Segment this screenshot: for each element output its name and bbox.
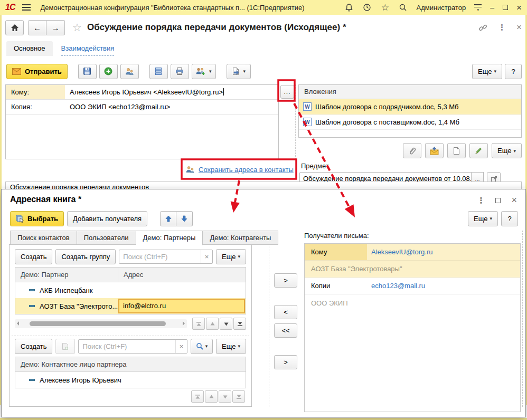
- tab-main[interactable]: Основное: [6, 41, 53, 56]
- go-down-button[interactable]: [220, 318, 232, 330]
- load-from-mail-button[interactable]: [425, 143, 444, 158]
- tab-contact-search[interactable]: Поиск контактов: [10, 231, 77, 245]
- cc-input[interactable]: ООО ЭКИП <echo123@mail.ru>: [65, 100, 278, 114]
- tab-interactions[interactable]: Взаимодействия: [61, 42, 115, 56]
- go-first-button[interactable]: [192, 318, 205, 330]
- add-favorite-star-icon[interactable]: ☆: [72, 21, 82, 34]
- dialog-kebab-menu-icon[interactable]: ⋮: [477, 196, 485, 205]
- participants-menu-button[interactable]: ▾: [192, 64, 216, 79]
- go-down-button[interactable]: [219, 390, 231, 403]
- tab-demo-partners[interactable]: Демо: Партнеры: [136, 231, 203, 245]
- forward-button[interactable]: →: [46, 20, 65, 35]
- contacts-button[interactable]: [120, 64, 139, 79]
- horizontal-scrollbar[interactable]: [15, 319, 187, 328]
- dialog-close-icon[interactable]: ×: [511, 195, 517, 206]
- form-kebab-menu-icon[interactable]: ⋮: [498, 23, 506, 32]
- scroll-right-icon[interactable]: [183, 321, 185, 326]
- add-contact-arrow-button[interactable]: >: [274, 355, 297, 369]
- add-recipient-arrow-button[interactable]: >: [274, 273, 297, 288]
- partners-search-input[interactable]: [119, 250, 213, 264]
- address-edit-cell[interactable]: info@elctro.ru: [118, 299, 245, 313]
- go-last-button[interactable]: [232, 390, 245, 403]
- column-partner[interactable]: Демо: Партнер: [15, 268, 118, 282]
- go-last-button[interactable]: [233, 318, 246, 330]
- print-button[interactable]: [171, 64, 189, 79]
- tab-users[interactable]: Пользователи: [77, 231, 136, 245]
- table-row[interactable]: Алексеев Игорь Юрьевич: [15, 372, 246, 388]
- contacts-more-button[interactable]: Еще ▾: [216, 339, 246, 354]
- go-first-button[interactable]: [191, 390, 204, 403]
- global-search-icon[interactable]: [398, 3, 408, 12]
- create-new-button[interactable]: [99, 64, 118, 79]
- list-view-button[interactable]: [149, 64, 168, 79]
- new-document-button[interactable]: [447, 143, 466, 158]
- to-row[interactable]: Кому: Алексеев Игорь Юрьевич <AlekseevIU…: [6, 85, 278, 100]
- create-partner-button[interactable]: Создать: [15, 249, 52, 264]
- close-window-icon[interactable]: ×: [516, 3, 522, 12]
- forward-letter-menu-button[interactable]: ▾: [227, 64, 251, 79]
- partners-more-button[interactable]: Еще ▾: [216, 249, 246, 264]
- dialog-help-button[interactable]: ?: [501, 211, 518, 226]
- recipient-row-org[interactable]: АОЗТ База "Электротовары": [305, 261, 520, 278]
- dialog-maximize-icon[interactable]: [495, 196, 501, 205]
- panel-splitter[interactable]: [12, 336, 249, 336]
- splitter[interactable]: [269, 231, 269, 407]
- add-recipient-button[interactable]: Добавить получателя: [67, 211, 147, 226]
- attach-file-button[interactable]: [403, 143, 421, 158]
- address-book-ellipsis-button[interactable]: ...: [280, 85, 294, 99]
- home-button[interactable]: [5, 20, 24, 35]
- create-group-button[interactable]: Создать группу: [55, 249, 116, 264]
- close-form-icon[interactable]: ×: [516, 22, 522, 33]
- edit-attachment-button[interactable]: [469, 143, 488, 158]
- maximize-window-icon[interactable]: [503, 4, 508, 11]
- current-user[interactable]: Администратор: [416, 4, 466, 12]
- attachment-row[interactable]: W Шаблон договора с поставщиком.doc, 1,4…: [299, 114, 521, 130]
- contacts-search-input[interactable]: [78, 339, 187, 354]
- main-menu-icon[interactable]: [22, 4, 31, 11]
- save-button[interactable]: [78, 64, 97, 79]
- move-down-button[interactable]: [176, 211, 193, 226]
- scrollbar-thumb[interactable]: [30, 321, 166, 326]
- recipient-row-to[interactable]: Кому AlekseevIU@torg.ru: [305, 244, 520, 261]
- column-address[interactable]: Адрес: [118, 268, 246, 282]
- search-options-button[interactable]: ▾: [191, 339, 213, 354]
- remove-all-arrow-button[interactable]: <<: [274, 323, 297, 338]
- table-row[interactable]: АКБ Инспецбанк: [15, 282, 246, 298]
- notifications-bell-icon[interactable]: [344, 3, 354, 12]
- to-input[interactable]: Алексеев Игорь Юрьевич <AlekseevIU@torg.…: [65, 85, 278, 99]
- tab-demo-counterparties[interactable]: Демо: Контрагенты: [203, 231, 278, 245]
- get-link-icon[interactable]: [478, 23, 487, 32]
- minimize-window-icon[interactable]: –: [490, 4, 494, 11]
- partners-toolbar: Создать Создать группу × Еще ▾: [15, 249, 246, 264]
- attachment-row[interactable]: W Шаблон договора с подрядчиком.doc, 5,3…: [299, 99, 521, 114]
- save-addresses-link[interactable]: Сохранить адреса в контакты: [199, 166, 294, 174]
- go-up-button[interactable]: [206, 318, 219, 330]
- select-button[interactable]: Выбрать: [10, 211, 64, 226]
- splitter[interactable]: [522, 231, 523, 407]
- create-contact-button[interactable]: Создать: [15, 339, 52, 354]
- recipient-row-cc[interactable]: Копии echo123@mail.ru: [305, 278, 520, 294]
- send-button[interactable]: Отправить: [6, 64, 68, 79]
- history-clock-icon[interactable]: [362, 3, 372, 12]
- cc-address-link[interactable]: echo123@mail.ru: [367, 282, 425, 290]
- contacts-table-header[interactable]: Демо: Контактное лицо партнера: [15, 357, 246, 372]
- clear-search-icon[interactable]: ×: [175, 340, 187, 353]
- clear-search-icon[interactable]: ×: [201, 250, 212, 263]
- recipient-row-org[interactable]: ООО ЭКИП: [305, 294, 520, 311]
- attachments-more-button[interactable]: Еще ▾: [492, 143, 522, 158]
- splitter[interactable]: [295, 84, 296, 159]
- create-from-partner-button[interactable]: [55, 339, 75, 354]
- scroll-left-icon[interactable]: [17, 321, 19, 326]
- favorites-star-icon[interactable]: ☆: [380, 3, 390, 12]
- to-address-link[interactable]: AlekseevIU@torg.ru: [367, 248, 433, 256]
- dialog-more-button[interactable]: Еще ▾: [468, 211, 498, 226]
- service-menu-icon[interactable]: ▾: [474, 4, 482, 11]
- move-up-button[interactable]: [160, 211, 176, 226]
- remove-recipient-arrow-button[interactable]: <: [274, 305, 297, 319]
- cc-row[interactable]: Копия: ООО ЭКИП <echo123@mail.ru>: [6, 100, 278, 114]
- form-help-button[interactable]: ?: [505, 64, 522, 79]
- go-up-button[interactable]: [205, 390, 218, 403]
- back-button[interactable]: ←: [28, 20, 46, 35]
- form-more-button[interactable]: Еще ▾: [472, 64, 502, 79]
- table-row[interactable]: АОЗТ База "Электрото... info@elctro.ru: [15, 298, 246, 314]
